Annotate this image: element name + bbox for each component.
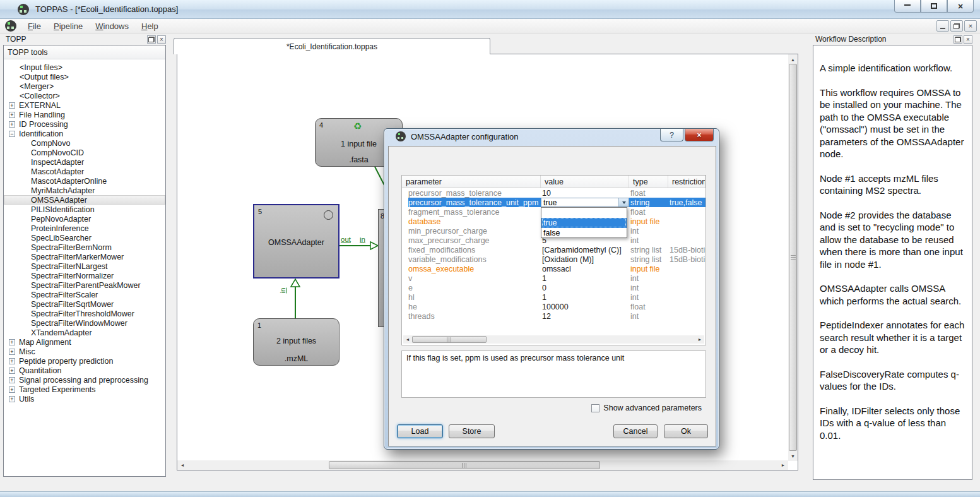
tree-expander-icon[interactable]: + [9, 112, 15, 118]
tree-item[interactable]: SpectraFilterScaler [4, 290, 165, 299]
tree-expander-icon[interactable]: + [9, 121, 15, 128]
dialog-close-button[interactable]: × [685, 129, 714, 141]
tree-item[interactable]: <Merger> [4, 81, 165, 91]
tree-item[interactable]: + Map Alignment [4, 337, 165, 347]
tree-expander-icon[interactable]: + [9, 358, 15, 364]
parameter-value[interactable]: omssacl [541, 265, 629, 273]
tree-item[interactable]: PepNovoAdapter [4, 214, 165, 224]
scroll-down-icon[interactable]: ▼ [788, 452, 798, 460]
tree-item[interactable]: SpectraFilterSqrtMower [4, 299, 165, 309]
ok-button[interactable]: Ok [664, 424, 708, 438]
workflow-tab[interactable]: *Ecoli_Identification.toppas [174, 38, 490, 54]
combobox-dropdown-list[interactable]: truefalse [541, 207, 627, 238]
parameter-row[interactable]: hl 1 int [402, 292, 705, 302]
combobox-dropdown-button[interactable] [618, 198, 629, 207]
tree-item[interactable]: MascotAdapterOnline [4, 176, 165, 186]
parameter-table[interactable]: parameter value type restrictions precur… [401, 175, 706, 345]
close-button[interactable]: × [947, 0, 974, 13]
dialog-help-button[interactable]: ? [660, 129, 683, 141]
parameter-value[interactable]: 0 [541, 284, 629, 292]
table-horizontal-scrollbar[interactable]: ◄ ► [403, 335, 704, 344]
tree-item[interactable]: <Output files> [4, 72, 165, 81]
parameter-row[interactable]: he 100000 float [402, 302, 705, 311]
tree-item[interactable]: SpectraFilterThresholdMower [4, 309, 165, 318]
tree-expander-icon[interactable]: + [9, 339, 15, 345]
scroll-up-icon[interactable]: ▲ [788, 56, 798, 63]
scroll-left-icon[interactable]: ◄ [179, 460, 186, 470]
tree-item[interactable]: CompNovoCID [4, 148, 165, 157]
store-button[interactable]: Store [449, 424, 495, 438]
left-dock-titlebar[interactable]: TOPP × [3, 33, 166, 45]
tree-expander-icon[interactable]: + [9, 386, 15, 393]
table-header[interactable]: parameter value type restrictions [402, 176, 705, 188]
mdi-close-button[interactable]: × [964, 20, 977, 32]
tree-item[interactable]: + ID Processing [4, 119, 165, 129]
parameter-row[interactable]: e 0 int [402, 283, 705, 292]
tree-expander-icon[interactable]: + [9, 368, 15, 374]
tree-item[interactable]: InspectAdapter [4, 157, 165, 167]
canvas-horizontal-scrollbar[interactable]: ◄ ► [177, 460, 788, 470]
tree-item[interactable]: + Targeted Experiments [4, 385, 165, 394]
tree-item[interactable]: ProteinInference [4, 224, 165, 233]
tree-item[interactable]: SpectraFilterNLargest [4, 261, 165, 271]
tree-item[interactable]: MascotAdapter [4, 167, 165, 176]
mdi-restore-button[interactable] [950, 20, 963, 32]
tree-item[interactable]: XTandemAdapter [4, 328, 165, 337]
menu-item[interactable]: Windows [89, 20, 135, 33]
tree-item[interactable]: + Peptide property prediction [4, 356, 165, 366]
show-advanced-parameters-row[interactable]: Show advanced parameters [591, 404, 702, 412]
value-combobox[interactable]: true [541, 198, 629, 207]
tree-item[interactable]: SpectraFilterBernNorm [4, 243, 165, 252]
tree-item[interactable]: + EXTERNAL [4, 100, 165, 110]
scrollbar-thumb[interactable] [329, 461, 600, 469]
tree-item[interactable]: − Identification [4, 129, 165, 138]
dialog-titlebar[interactable]: OMSSAAdapter configuration [391, 131, 519, 141]
canvas-vertical-scrollbar[interactable]: ▲ ▼ [788, 54, 798, 461]
dropdown-option[interactable]: true [541, 218, 627, 228]
scroll-right-icon[interactable]: ► [779, 460, 787, 470]
tree-item[interactable]: SpecLibSearcher [4, 233, 165, 243]
tree-expander-icon[interactable]: + [9, 349, 15, 355]
parameter-row[interactable]: omssa_executable omssacl input file [402, 264, 705, 273]
parameter-value[interactable]: 10 [541, 189, 629, 198]
column-header-restrictions[interactable]: restrictions [668, 176, 705, 188]
right-dock-titlebar[interactable]: Workflow Description × [813, 33, 972, 45]
column-header-parameter[interactable]: parameter [402, 176, 541, 188]
menu-item[interactable]: Help [135, 20, 165, 33]
scrollbar-thumb[interactable] [412, 336, 487, 343]
dock-close-button[interactable]: × [157, 35, 166, 44]
menu-item[interactable]: Pipeline [47, 20, 89, 33]
dock-close-button[interactable]: × [964, 35, 972, 44]
menu-item[interactable]: File [21, 20, 47, 33]
workflow-node-mzml-input[interactable]: 1 2 input files .mzML [253, 318, 339, 366]
tree-item[interactable]: + Signal processing and preprocessing [4, 375, 165, 385]
tree-item[interactable]: PILISIdentification [4, 205, 165, 214]
parameter-row[interactable]: threads 12 int [402, 311, 705, 321]
parameter-value[interactable]: [Oxidation (M)] [541, 255, 629, 264]
tree-item[interactable]: CompNovo [4, 138, 165, 148]
parameter-row[interactable]: variable_modifications [Oxidation (M)] s… [402, 254, 705, 264]
mdi-minimize-button[interactable] [936, 20, 949, 32]
parameter-row[interactable]: v 1 int [402, 273, 705, 283]
title-bar[interactable]: TOPPAS - [*Ecoli_Identification.toppas] … [0, 0, 980, 19]
tree-expander-icon[interactable]: + [9, 377, 15, 383]
tree-item[interactable]: SpectraFilterMarkerMower [4, 252, 165, 261]
tree-item[interactable]: + Quantitation [4, 366, 165, 375]
dropdown-option[interactable]: false [541, 228, 627, 238]
cancel-button[interactable]: Cancel [613, 424, 658, 438]
tree-item[interactable]: SpectraFilterParentPeakMower [4, 280, 165, 290]
parameter-row[interactable]: fixed_modifications [Carbamidomethyl (C)… [402, 245, 705, 254]
scroll-right-icon[interactable]: ► [697, 335, 703, 344]
tree-item[interactable]: SpectraFilterWindowMower [4, 318, 165, 328]
dropdown-option[interactable] [541, 208, 627, 218]
maximize-button[interactable] [921, 0, 947, 13]
tree-item[interactable]: + File Handling [4, 110, 165, 119]
tree-item[interactable]: MyriMatchAdapter [4, 186, 165, 195]
tree-item[interactable]: <Collector> [4, 91, 165, 100]
scrollbar-thumb[interactable] [789, 64, 797, 451]
load-button[interactable]: Load [397, 424, 443, 438]
show-advanced-checkbox[interactable] [591, 404, 599, 412]
tree-item[interactable]: OMSSAAdapter [4, 195, 165, 205]
parameter-value[interactable]: 1 [541, 274, 629, 283]
dock-float-button[interactable] [147, 35, 156, 44]
